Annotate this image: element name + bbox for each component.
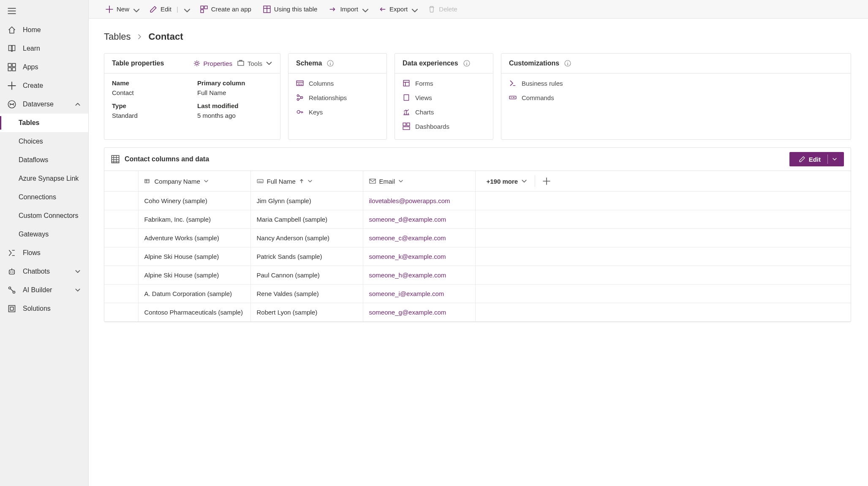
email-link[interactable]: someone_g@example.com (369, 309, 446, 316)
sidebar-item-tables[interactable]: Tables (0, 114, 88, 132)
delete-button[interactable]: Delete (424, 3, 461, 16)
sidebar-item-gateways[interactable]: Gateways (0, 225, 88, 244)
row-handle[interactable] (104, 210, 138, 229)
sidebar-item-create[interactable]: Create (0, 76, 88, 95)
hamburger-button[interactable] (8, 7, 16, 15)
cell-email[interactable]: someone_g@example.com (363, 303, 475, 322)
cell-company[interactable]: Coho Winery (sample) (138, 192, 250, 210)
row-handle[interactable] (104, 247, 138, 266)
sidebar-item-connections[interactable]: Connections (0, 188, 88, 206)
cell-company[interactable]: Fabrikam, Inc. (sample) (138, 210, 250, 229)
link-forms[interactable]: Forms (403, 79, 485, 87)
sidebar-item-label: Apps (23, 63, 38, 71)
cell-company[interactable]: Alpine Ski House (sample) (138, 266, 250, 285)
column-header-company[interactable]: Company Name (138, 171, 250, 192)
table-row[interactable]: Adventure Works (sample)Nancy Anderson (… (104, 229, 851, 247)
export-button[interactable]: Export (374, 3, 420, 16)
link-keys[interactable]: Keys (296, 108, 379, 116)
table-row[interactable]: Alpine Ski House (sample)Patrick Sands (… (104, 247, 851, 266)
cell-email[interactable]: someone_d@example.com (363, 210, 475, 229)
datagrid-icon (111, 155, 120, 163)
cell-fullname[interactable]: Nancy Anderson (sample) (250, 229, 363, 247)
sidebar-item-label: Learn (23, 45, 40, 52)
sidebar-item-apps[interactable]: Apps (0, 58, 88, 76)
new-button[interactable]: New (101, 3, 142, 16)
row-handle[interactable] (104, 192, 138, 210)
chevron-down-icon (75, 287, 81, 293)
dataverse-icon (8, 100, 16, 109)
sidebar-item-custom-connectors[interactable]: Custom Connectors (0, 206, 88, 225)
sidebar-item-learn[interactable]: Learn (0, 39, 88, 58)
email-link[interactable]: someone_c@example.com (369, 234, 446, 242)
info-icon[interactable] (463, 60, 470, 67)
row-handle[interactable] (104, 285, 138, 303)
email-link[interactable]: someone_h@example.com (369, 272, 446, 279)
row-handle[interactable] (104, 303, 138, 322)
email-link[interactable]: ilovetables@powerapps.com (369, 197, 450, 204)
add-column-button[interactable] (543, 177, 550, 185)
info-icon[interactable] (564, 60, 571, 67)
email-link[interactable]: someone_k@example.com (369, 253, 446, 260)
cell-fullname[interactable]: Robert Lyon (sample) (250, 303, 363, 322)
cell-fullname[interactable]: Patrick Sands (sample) (250, 247, 363, 266)
command-bar: New Edit | Create an app Using this tabl… (89, 0, 868, 19)
table-row[interactable]: Coho Winery (sample)Jim Glynn (sample)il… (104, 192, 851, 210)
column-header-email[interactable]: Email (363, 171, 475, 192)
sidebar-item-chatbots[interactable]: Chatbots (0, 262, 88, 281)
cell-email[interactable]: someone_c@example.com (363, 229, 475, 247)
link-business-rules[interactable]: Business rules (509, 79, 843, 87)
edit-data-button[interactable]: Edit (789, 152, 844, 166)
cell-company[interactable]: Alpine Ski House (sample) (138, 247, 250, 266)
breadcrumb-parent[interactable]: Tables (104, 31, 131, 42)
import-button[interactable]: Import (325, 3, 371, 16)
edit-button[interactable]: Edit | (145, 3, 193, 16)
row-handle[interactable] (104, 229, 138, 247)
sidebar-item-choices[interactable]: Choices (0, 132, 88, 151)
sidebar-item-home[interactable]: Home (0, 21, 88, 39)
column-header-fullname[interactable]: Full Name (250, 171, 363, 192)
edit-split-dropdown[interactable] (828, 157, 841, 162)
table-row[interactable]: A. Datum Corporation (sample)Rene Valdes… (104, 285, 851, 303)
table-row[interactable]: Fabrikam, Inc. (sample)Maria Campbell (s… (104, 210, 851, 229)
sidebar-item-azure-synapse-link[interactable]: Azure Synapse Link (0, 169, 88, 188)
sidebar-item-dataflows[interactable]: Dataflows (0, 151, 88, 169)
create-app-button[interactable]: Create an app (196, 3, 256, 16)
sidebar-item-solutions[interactable]: Solutions (0, 299, 88, 318)
info-icon[interactable] (327, 60, 334, 67)
sidebar-item-label: Create (23, 82, 43, 90)
sidebar-item-label: Dataverse (23, 100, 54, 108)
email-link[interactable]: someone_d@example.com (369, 216, 446, 223)
cell-email[interactable]: someone_k@example.com (363, 247, 475, 266)
tools-dropdown[interactable]: Tools (237, 60, 272, 67)
link-columns[interactable]: Columns (296, 79, 379, 87)
relationships-icon (296, 94, 304, 101)
sidebar-item-ai-builder[interactable]: AI Builder (0, 281, 88, 299)
cell-company[interactable]: Adventure Works (sample) (138, 229, 250, 247)
cell-email[interactable]: ilovetables@powerapps.com (363, 192, 475, 210)
sidebar-item-flows[interactable]: Flows (0, 244, 88, 262)
cell-email[interactable]: someone_i@example.com (363, 285, 475, 303)
using-table-button[interactable]: Using this table (259, 3, 322, 16)
cell-email[interactable]: someone_h@example.com (363, 266, 475, 285)
cell-fullname[interactable]: Paul Cannon (sample) (250, 266, 363, 285)
sidebar-item-dataverse[interactable]: Dataverse (0, 95, 88, 114)
row-handle[interactable] (104, 266, 138, 285)
table-icon (263, 5, 271, 13)
cell-company[interactable]: A. Datum Corporation (sample) (138, 285, 250, 303)
link-relationships[interactable]: Relationships (296, 94, 379, 101)
cell-fullname[interactable]: Maria Campbell (sample) (250, 210, 363, 229)
cell-fullname[interactable]: Rene Valdes (sample) (250, 285, 363, 303)
cell-company[interactable]: Contoso Pharmaceuticals (sample) (138, 303, 250, 322)
table-row[interactable]: Contoso Pharmaceuticals (sample)Robert L… (104, 303, 851, 322)
button-label: Edit (809, 156, 821, 163)
link-dashboards[interactable]: Dashboards (403, 122, 485, 130)
link-charts[interactable]: Charts (403, 108, 485, 116)
properties-link[interactable]: Properties (193, 60, 232, 67)
table-row[interactable]: Alpine Ski House (sample)Paul Cannon (sa… (104, 266, 851, 285)
cell-fullname[interactable]: Jim Glynn (sample) (250, 192, 363, 210)
link-commands[interactable]: Commands (509, 94, 843, 101)
link-views[interactable]: Views (403, 94, 485, 101)
link-label: Relationships (309, 94, 347, 101)
email-link[interactable]: someone_i@example.com (369, 290, 444, 297)
more-columns-dropdown[interactable]: +190 more (487, 178, 528, 185)
